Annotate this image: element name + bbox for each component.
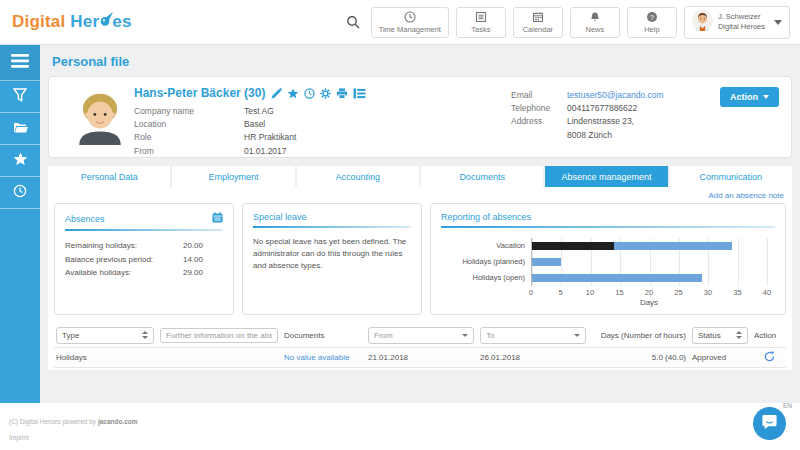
reporting-panel: Reporting of absences VacationHolidays (… [430, 203, 786, 315]
user-name: J. Schweizer [718, 12, 765, 22]
documents-column-label: Documents [284, 331, 362, 340]
page-footer: (C) Digital Heroes powered by jacando.co… [0, 403, 800, 450]
chart-bar-row [532, 254, 767, 270]
user-menu[interactable]: J. Schweizer Digital Heroes [684, 6, 790, 39]
tab-accounting[interactable]: Accounting [297, 166, 419, 187]
bell-icon [589, 11, 601, 23]
table-row[interactable]: Holidays No value available 21.01.2018 2… [54, 347, 786, 368]
logo-text-es: es [112, 12, 131, 32]
reporting-title: Reporting of absences [441, 212, 531, 222]
sidebar-item-filter[interactable] [0, 81, 40, 113]
absence-bar-chart: VacationHolidays (planned)Holidays (open… [431, 228, 785, 307]
add-absence-note-link[interactable]: Add an absence note [708, 191, 784, 200]
header-nav: Time Management Tasks Calendar News ? He… [346, 6, 790, 39]
absences-panel-title: Absences [65, 214, 105, 224]
cell-days: 5.0 (40.0) [592, 353, 686, 362]
nav-news-button[interactable]: News [570, 7, 620, 38]
tasks-icon [475, 11, 487, 23]
nav-label: Help [644, 25, 659, 34]
nav-calendar-button[interactable]: Calendar [513, 7, 563, 38]
hamburger-icon [11, 54, 29, 72]
from-date-filter[interactable]: From [368, 327, 474, 344]
sidebar-item-menu[interactable] [0, 45, 40, 81]
absence-stat-row: Balance previous period:14.00 [65, 253, 223, 267]
page-title: Personal file [40, 45, 800, 76]
svg-text:?: ? [650, 12, 654, 21]
star-icon[interactable] [287, 88, 299, 99]
tab-employment[interactable]: Employment [172, 166, 294, 187]
chart-category-labels: VacationHolidays (planned)Holidays (open… [435, 238, 531, 286]
person-contact-fields: Emailtestuser50@jacando.com Telephone004… [511, 89, 664, 142]
person-card: Hans-Peter Bäcker (30) Company nameTest … [48, 76, 792, 158]
absence-stat-row: Remaining holidays:20.00 [65, 239, 223, 253]
further-information-input[interactable] [160, 328, 278, 343]
select-arrows-icon [142, 331, 148, 339]
chart-xlabel: Days [531, 297, 767, 307]
tab-absence-management[interactable]: Absence management [545, 166, 667, 187]
gear-icon[interactable] [320, 88, 331, 99]
sidebar-item-history[interactable] [0, 177, 40, 209]
search-icon[interactable] [346, 15, 360, 29]
cell-documents-link[interactable]: No value available [284, 353, 362, 362]
printer-icon[interactable] [336, 88, 348, 99]
to-date-filter[interactable]: To [480, 327, 586, 344]
cell-type: Holidays [56, 353, 154, 362]
calendar-icon[interactable] [212, 212, 223, 225]
chevron-down-icon [774, 20, 782, 25]
help-icon: ? [646, 11, 658, 23]
left-sidebar [0, 45, 40, 403]
refresh-icon[interactable] [754, 351, 784, 364]
cell-to: 26.01.2018 [480, 353, 586, 362]
cell-status: Approved [692, 353, 748, 362]
absence-stat-row: Available holidays:29.00 [65, 266, 223, 280]
logo-text-her: Her [70, 12, 99, 32]
absences-panel: Absences Remaining holidays:20.00 Balanc… [54, 203, 234, 315]
type-filter-select[interactable]: Type [56, 327, 154, 344]
user-org: Digital Heroes [718, 22, 765, 32]
tab-documents[interactable]: Documents [421, 166, 543, 187]
person-quick-actions [271, 88, 366, 99]
status-filter-select[interactable]: Status [692, 327, 748, 344]
chart-bar-row [532, 238, 767, 254]
edit-pencil-icon[interactable] [271, 88, 282, 99]
nav-help-button[interactable]: ? Help [627, 7, 677, 38]
top-header: Digital Heres Time Management Tasks Cale… [0, 0, 800, 45]
user-avatar [692, 10, 713, 35]
person-fields: Company nameTest AG LocationBasel RoleHR… [134, 105, 296, 158]
special-leave-title: Special leave [253, 212, 307, 222]
chevron-down-icon [574, 334, 580, 337]
tab-communication[interactable]: Communication [670, 166, 792, 187]
absence-content: Add an absence note Absences Remaining h… [48, 187, 792, 370]
sidebar-item-favorites[interactable] [0, 145, 40, 177]
summary-cards: Absences Remaining holidays:20.00 Balanc… [54, 203, 786, 315]
nav-label: Calendar [523, 25, 553, 34]
chat-button[interactable] [753, 407, 786, 440]
calendar-icon [532, 11, 544, 23]
funnel-icon [13, 88, 27, 106]
email-link[interactable]: testuser50@jacando.com [567, 89, 664, 102]
action-button[interactable]: Action [720, 87, 779, 107]
person-name: Hans-Peter Bäcker (30) [134, 86, 265, 100]
table-filter-row: Type Documents From To Days (Number of h… [54, 323, 786, 347]
tab-bar: Personal Data Employment Accounting Docu… [48, 166, 792, 187]
chevron-down-icon [462, 334, 468, 337]
main-area: Personal file Hans-Peter Bäcker (30) [40, 45, 800, 403]
detail-list-icon[interactable] [353, 88, 366, 99]
nav-label: Time Management [379, 25, 441, 34]
star-icon [13, 152, 28, 170]
logo-text-digital: Digital [12, 12, 65, 32]
sidebar-item-files[interactable] [0, 113, 40, 145]
nav-label: Tasks [471, 25, 490, 34]
imprint-link[interactable]: Imprint [9, 434, 29, 441]
absence-table: Type Documents From To Days (Number of h… [54, 323, 786, 368]
nav-time-management-button[interactable]: Time Management [371, 7, 449, 38]
clock-icon[interactable] [304, 88, 315, 99]
special-leave-panel: Special leave No special leave has yet b… [242, 203, 422, 315]
folder-icon [13, 120, 28, 138]
app-logo[interactable]: Digital Heres [12, 12, 132, 33]
nav-tasks-button[interactable]: Tasks [456, 7, 506, 38]
tab-personal-data[interactable]: Personal Data [48, 166, 170, 187]
language-label: EN [783, 402, 792, 409]
clock-icon [404, 11, 416, 23]
select-arrows-icon [736, 331, 742, 339]
